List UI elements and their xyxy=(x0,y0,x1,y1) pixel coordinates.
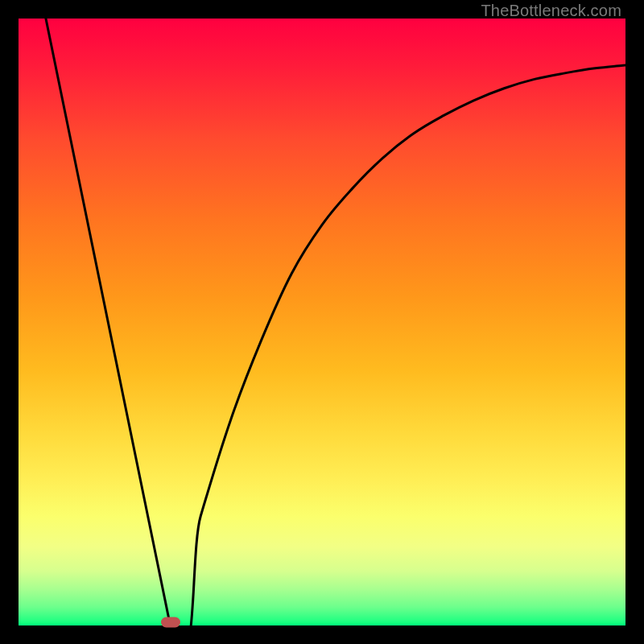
bottleneck-curve xyxy=(19,19,625,625)
optimal-marker xyxy=(161,617,180,628)
watermark-text: TheBottleneck.com xyxy=(481,2,621,20)
plot-frame xyxy=(19,19,625,625)
